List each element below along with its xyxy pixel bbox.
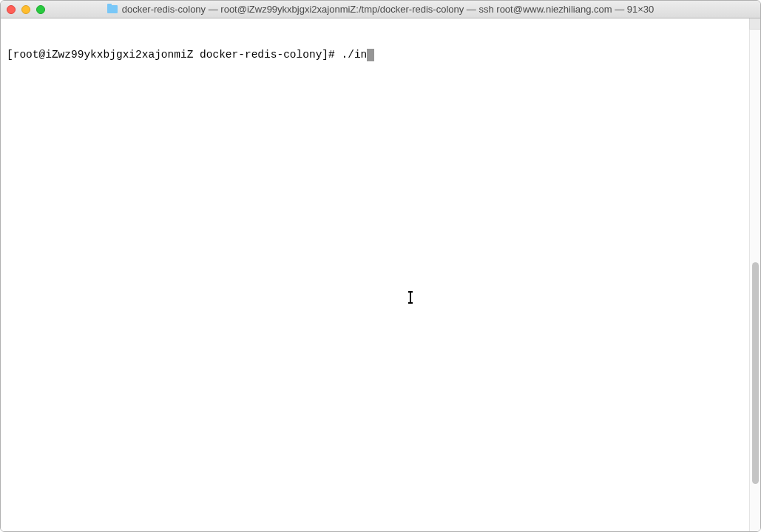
minimize-button[interactable] — [21, 5, 30, 14]
typed-command: ./in — [341, 48, 367, 62]
close-button[interactable] — [7, 5, 16, 14]
text-caret-icon — [410, 292, 411, 304]
scrollbar-top-box — [749, 18, 760, 30]
window-titlebar: docker-redis-colony — root@iZwz99ykxbjgx… — [1, 1, 760, 18]
traffic-lights — [7, 5, 45, 14]
terminal-content: [root@iZwz99ykxbjgxi2xajonmiZ docker-red… — [1, 18, 760, 92]
scrollbar-track[interactable] — [749, 18, 760, 531]
shell-prompt: [root@iZwz99ykxbjgxi2xajonmiZ docker-red… — [7, 48, 341, 62]
terminal-cursor — [367, 49, 374, 61]
window-title: docker-redis-colony — root@iZwz99ykxbjgx… — [122, 4, 655, 15]
folder-icon — [107, 5, 118, 13]
terminal-area[interactable]: [root@iZwz99ykxbjgxi2xajonmiZ docker-red… — [1, 18, 760, 532]
title-content: docker-redis-colony — root@iZwz99ykxbjgx… — [1, 4, 760, 15]
scrollbar-thumb[interactable] — [752, 262, 759, 484]
maximize-button[interactable] — [36, 5, 45, 14]
